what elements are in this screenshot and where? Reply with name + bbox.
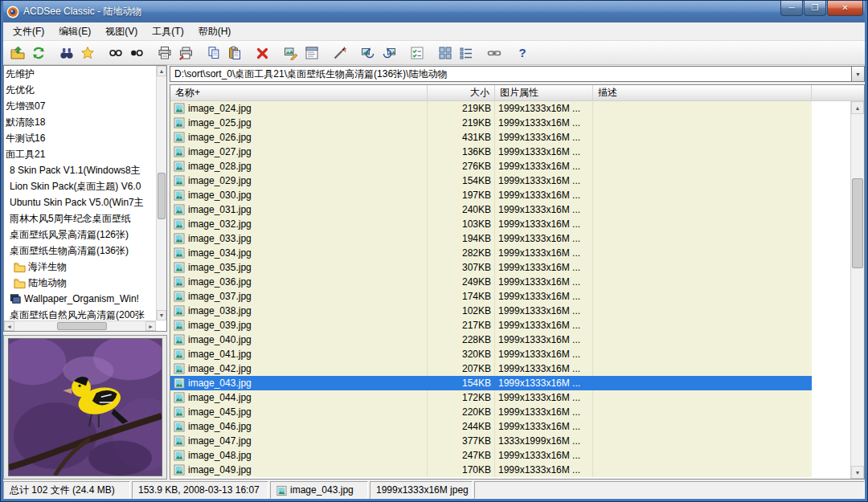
file-row[interactable]: image_042.jpg207KB1999x1333x16M ... [170, 361, 812, 376]
tree-horizontal-scrollbar[interactable]: ◄ ► [4, 320, 156, 331]
file-row[interactable]: image_032.jpg103KB1999x1333x16M ... [170, 217, 812, 231]
file-cell-name: image_037.jpg [170, 289, 428, 304]
tree-item[interactable]: 海洋生物 [4, 259, 156, 275]
tree-item[interactable]: 先增强07 [4, 98, 156, 114]
checklist-icon[interactable] [407, 43, 428, 63]
tree-item[interactable]: 牛测试16 [4, 130, 156, 146]
file-row[interactable]: image_028.jpg276KB1999x1333x16M ... [170, 159, 812, 173]
tree-item-label: 海洋生物 [28, 260, 67, 274]
tree-item[interactable]: 先维护 [4, 66, 156, 82]
scroll-up-arrow-icon[interactable]: ▲ [157, 66, 166, 76]
scrollbar-thumb[interactable] [57, 322, 107, 330]
scroll-down-arrow-icon[interactable]: ▼ [157, 310, 166, 320]
tree-item[interactable]: 雨林木风5周年纪念桌面壁纸 [4, 210, 156, 227]
file-row[interactable]: image_035.jpg307KB1999x1333x16M ... [170, 260, 812, 275]
tree-item[interactable]: Wallpaper_Organism_Win! [4, 291, 156, 307]
menu-item[interactable]: 视图(V) [98, 22, 145, 41]
file-row[interactable]: image_043.jpg154KB1999x1333x16M ... [170, 376, 812, 390]
tree-item[interactable]: Lion Skin Pack(桌面主题) V6.0 [4, 178, 156, 194]
file-row[interactable]: image_036.jpg249KB1999x1333x16M ... [170, 275, 812, 289]
column-header-props[interactable]: 图片属性 [495, 85, 593, 100]
tree-item[interactable]: 面工具21 [4, 146, 156, 162]
file-row[interactable]: image_044.jpg172KB1999x1333x16M ... [170, 390, 812, 405]
image-file-icon [174, 146, 185, 157]
address-dropdown-button[interactable]: ▼ [851, 66, 865, 82]
close-button[interactable]: ✕ [827, 1, 863, 16]
tree-item[interactable]: 8 Skin Pack V1.1(Windows8主 [4, 162, 156, 178]
file-cell-name: image_035.jpg [170, 260, 428, 275]
column-header-name[interactable]: 名称+ [170, 85, 428, 100]
photo-rotate-left-icon[interactable] [358, 43, 379, 63]
printer-arrow-icon[interactable] [175, 43, 196, 63]
tree-item[interactable]: 陆地动物 [4, 275, 156, 291]
star-icon[interactable] [77, 43, 98, 63]
file-row[interactable]: image_029.jpg154KB1999x1333x16M ... [170, 173, 812, 188]
minimize-button[interactable]: ─ [780, 1, 803, 16]
file-row[interactable]: image_024.jpg219KB1999x1333x16M ... [170, 101, 812, 116]
file-row[interactable]: image_030.jpg197KB1999x1333x16M ... [170, 188, 812, 202]
scrollbar-thumb[interactable] [158, 173, 166, 219]
file-row[interactable]: image_033.jpg194KB1999x1333x16M ... [170, 231, 812, 246]
tree-vertical-scrollbar[interactable]: ▲ ▼ [156, 66, 166, 320]
scroll-up-arrow-icon[interactable]: ▲ [851, 101, 864, 114]
help-icon[interactable]: ? [512, 43, 533, 63]
properties-panel-icon[interactable] [301, 43, 322, 63]
tree-item[interactable]: 先优化 [4, 82, 156, 98]
file-row[interactable]: image_038.jpg102KB1999x1333x16M ... [170, 304, 812, 318]
file-row[interactable]: image_046.jpg244KB1999x1333x16M ... [170, 419, 812, 434]
tree-item[interactable]: 桌面壁纸风景高清篇(126张) [4, 227, 156, 243]
file-list-panel: 名称+大小图片属性描述 image_024.jpg219KB1999x1333x… [170, 84, 865, 480]
column-header-size[interactable]: 大小 [428, 85, 495, 100]
file-row[interactable]: image_026.jpg431KB1999x1333x16M ... [170, 130, 812, 145]
two-circles-outline-icon[interactable] [105, 43, 126, 63]
details-view-icon[interactable] [456, 43, 477, 63]
address-input[interactable] [170, 66, 851, 82]
file-row[interactable]: image_025.jpg219KB1999x1333x16M ... [170, 116, 812, 130]
file-cell-props: 1999x1333x16M ... [495, 217, 593, 231]
file-cell-props: 1999x1333x16M ... [495, 289, 593, 304]
scrollbar-thumb[interactable] [852, 178, 863, 268]
scroll-left-arrow-icon[interactable]: ◄ [4, 321, 14, 331]
file-row[interactable]: image_049.jpg170KB1999x1333x16M ... [170, 463, 812, 477]
file-row[interactable]: image_041.jpg320KB1999x1333x16M ... [170, 347, 812, 361]
main-area: 先维护先优化先增强07默清除18牛测试16面工具218 Skin Pack V1… [3, 65, 865, 480]
tree-item[interactable]: Ubuntu Skin Pack V5.0(Win7主 [4, 194, 156, 210]
folder-up-icon[interactable] [7, 43, 28, 63]
file-row[interactable]: image_040.jpg228KB1999x1333x16M ... [170, 333, 812, 347]
wand-sparks-icon[interactable] [330, 43, 350, 63]
menu-item[interactable]: 编辑(E) [51, 22, 98, 41]
file-row[interactable]: image_034.jpg282KB1999x1333x16M ... [170, 246, 812, 260]
menu-item[interactable]: 帮助(H) [191, 22, 239, 41]
tree-item[interactable]: 桌面壁纸生物高清篇(136张) [4, 243, 156, 259]
binoculars-icon[interactable] [56, 43, 77, 63]
file-row[interactable]: image_047.jpg377KB1333x1999x16M ... [170, 434, 812, 448]
two-circles-filled-icon[interactable] [126, 43, 147, 63]
refresh-icon[interactable] [28, 43, 49, 63]
file-row[interactable]: image_027.jpg136KB1999x1333x16M ... [170, 145, 812, 159]
file-row[interactable]: image_048.jpg247KB1999x1333x16M ... [170, 448, 812, 463]
column-header-desc[interactable]: 描述 [593, 85, 812, 100]
image-edit-icon[interactable] [280, 43, 301, 63]
paste-icon[interactable] [224, 43, 245, 63]
copy-icon[interactable] [203, 43, 224, 63]
maximize-button[interactable]: ❐ [804, 1, 826, 16]
photo-rotate-right-icon[interactable] [379, 43, 399, 63]
list-vertical-scrollbar[interactable]: ▲ ▼ [850, 101, 864, 479]
printer-icon[interactable] [154, 43, 175, 63]
tree-item-label: 桌面壁纸自然风光高清篇(200张 [10, 308, 145, 321]
delete-icon[interactable] [252, 43, 273, 63]
tree-item-label: 桌面壁纸风景高清篇(126张) [10, 228, 129, 242]
tree-item[interactable]: 默清除18 [4, 114, 156, 130]
link-icon[interactable] [484, 43, 505, 63]
tree-item[interactable]: 桌面壁纸自然风光高清篇(200张 [4, 307, 156, 320]
scroll-right-arrow-icon[interactable]: ► [145, 321, 156, 331]
file-row[interactable]: image_037.jpg174KB1999x1333x16M ... [170, 289, 812, 304]
menu-item[interactable]: 工具(T) [145, 22, 190, 41]
file-cell-desc [593, 246, 812, 260]
file-row[interactable]: image_045.jpg220KB1999x1333x16M ... [170, 405, 812, 419]
thumbnails-view-icon[interactable] [435, 43, 456, 63]
scroll-down-arrow-icon[interactable]: ▼ [851, 466, 864, 479]
menu-item[interactable]: 文件(F) [6, 22, 51, 41]
file-row[interactable]: image_031.jpg240KB1999x1333x16M ... [170, 202, 812, 217]
file-row[interactable]: image_039.jpg217KB1999x1333x16M ... [170, 318, 812, 333]
